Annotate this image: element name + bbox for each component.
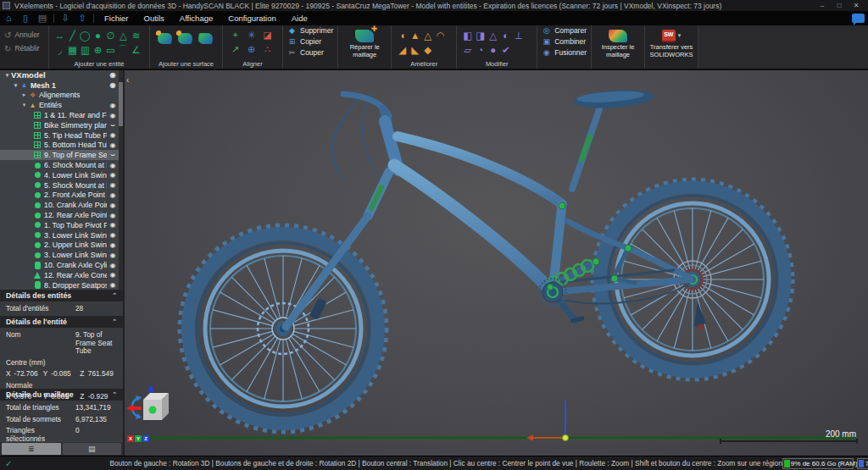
expand-caret-icon[interactable]: ▾	[20, 102, 28, 108]
visibility-eye-icon[interactable]	[107, 162, 119, 169]
undo-button[interactable]: ↺ Annuler	[4, 28, 44, 41]
visibility-eye-icon[interactable]	[107, 271, 119, 279]
align-plane-icon[interactable]: ◪	[259, 28, 275, 42]
rectangle-icon[interactable]: ▭	[104, 42, 117, 57]
tree-entity-row[interactable]: 5. Shock Mount at M	[0, 180, 123, 191]
sharpen-icon[interactable]: ◢	[396, 42, 409, 57]
grid-plane-icon[interactable]: ▦	[66, 42, 79, 57]
maximize-button[interactable]: □	[832, 2, 846, 9]
visibility-eye-icon[interactable]	[107, 221, 119, 229]
visibility-eye-icon[interactable]	[107, 151, 119, 159]
merge-button[interactable]: ◉ Fusionner	[542, 47, 587, 58]
smooth-icon[interactable]: ◠	[434, 28, 447, 42]
tab-list-view[interactable]: ▤	[63, 443, 122, 455]
tree-entity-row[interactable]: 2. Front Axle Point	[0, 191, 123, 201]
facet-plane-icon[interactable]: ▥	[79, 42, 92, 57]
collapse-panel-icon[interactable]: ⌃	[112, 292, 117, 299]
visibility-eye-icon[interactable]	[107, 131, 119, 139]
auto-surface-icon[interactable]	[157, 33, 173, 44]
tree-entity-row[interactable]: 3. Lower Link Swing	[0, 250, 123, 260]
navigation-cube[interactable]	[126, 384, 175, 432]
visibility-eye-icon[interactable]	[107, 202, 119, 209]
tree-entity-row[interactable]: 5. Tip Head Tube Pl	[0, 130, 123, 141]
tree-entity-row[interactable]: 6. Shock Mount at L	[0, 160, 123, 170]
tree-node-mesh[interactable]: ▾ ▲ Mesh 1	[0, 80, 123, 91]
patch-surface-icon[interactable]	[198, 33, 214, 44]
import-session-icon[interactable]: ⇩	[57, 11, 74, 25]
planes-stack-icon[interactable]: ≋	[130, 28, 142, 42]
tree-entity-row[interactable]: 5. Bottom Head Tub	[0, 141, 123, 151]
expand-caret-icon[interactable]: ▸	[20, 91, 28, 98]
transfer-dropdown-icon[interactable]: ▾	[678, 32, 682, 40]
visibility-eye-icon[interactable]	[107, 121, 119, 130]
visibility-eye-icon[interactable]	[107, 262, 119, 269]
copy-button[interactable]: ⊞ Copier	[287, 36, 333, 47]
visibility-eye-icon[interactable]	[107, 81, 119, 89]
collapse-panel-icon[interactable]: ⌃	[112, 391, 117, 398]
visibility-eye-icon[interactable]	[107, 112, 119, 119]
tree-entity-row[interactable]: 10. Crank Axle Point	[0, 200, 123, 210]
cone-icon[interactable]: △	[117, 28, 130, 42]
repair-mesh-button[interactable]: Réparer le maillage	[342, 28, 387, 58]
tree-node-alignments[interactable]: ▸ ❖ Alignements	[0, 91, 123, 101]
tree-entity-row[interactable]: 10. Crank Axle Cylin	[0, 260, 123, 270]
align-triad-icon[interactable]: ⌖	[227, 28, 243, 42]
tree-entity-row[interactable]: 8. Dropper Seatpost	[0, 280, 123, 290]
inspect-mesh-button[interactable]: Inspecter le maillage	[596, 28, 640, 58]
tree-entity-row[interactable]: 2. Upper Link Swing	[0, 241, 123, 251]
visibility-eye-icon[interactable]	[107, 181, 119, 189]
menu-aide[interactable]: Aide	[284, 11, 315, 25]
minimize-button[interactable]: –	[815, 2, 829, 9]
split-mesh-icon[interactable]: ◐	[499, 28, 512, 42]
3d-viewport[interactable]: ‹	[123, 70, 868, 456]
tree-entity-row[interactable]: 12. Rear Axle Cone	[0, 270, 123, 280]
new-session-icon[interactable]: ▯	[17, 11, 34, 25]
tab-tree-view[interactable]: ≣	[2, 443, 61, 455]
home-icon[interactable]: ⌂	[0, 11, 17, 25]
tree-entity-row[interactable]: 4. Lower Link Swing	[0, 170, 123, 180]
validate-icon[interactable]: ✔	[499, 42, 512, 57]
align-vector-icon[interactable]: ↗	[227, 42, 243, 57]
line-icon[interactable]: ╱	[66, 28, 79, 42]
entities-details-header[interactable]: Détails des entités ⌃	[0, 290, 123, 301]
visibility-eye-icon[interactable]	[107, 141, 119, 149]
visibility-eye-icon[interactable]	[107, 231, 119, 239]
tree-entity-row[interactable]: Bike Simmetry plane	[0, 120, 123, 130]
decimate-icon[interactable]: △	[421, 28, 434, 42]
tree-node-vxmodel[interactable]: ▾ VXmodel	[0, 70, 123, 80]
expand-caret-icon[interactable]: ▾	[12, 82, 19, 89]
transfer-solidworks-button[interactable]: SW ▾ Transférer vers SOLIDWORKS	[649, 28, 693, 58]
tree-node-entities[interactable]: ▾ ▲ Entités	[0, 100, 123, 110]
delete-button[interactable]: ◆ Supprimer	[287, 25, 333, 36]
collapse-panel-icon[interactable]: ⌃	[112, 318, 117, 325]
visibility-eye-icon[interactable]	[107, 71, 119, 79]
visibility-eye-icon[interactable]	[107, 102, 119, 109]
waterproof-icon[interactable]: ●	[487, 42, 499, 57]
clean-mesh-icon[interactable]: ▲	[409, 28, 421, 42]
visibility-eye-icon[interactable]	[107, 252, 119, 259]
edit-triangles-icon[interactable]: △	[487, 28, 499, 42]
boundary-icon[interactable]: ◣	[409, 42, 421, 57]
remove-spikes-icon[interactable]: ◆	[421, 42, 434, 57]
cut-button[interactable]: ✂ Couper	[287, 47, 333, 58]
tree-entity-row[interactable]: 3. Lower Link Swing	[0, 230, 123, 241]
menu-configuration[interactable]: Configuration	[220, 11, 284, 25]
shell-icon[interactable]: ◔	[474, 42, 487, 57]
expand-caret-icon[interactable]: ▾	[3, 72, 11, 79]
guided-surface-icon[interactable]	[177, 33, 193, 44]
menu-affichage[interactable]: Affichage	[172, 11, 220, 25]
visibility-eye-icon[interactable]	[107, 171, 119, 179]
ellipse-icon[interactable]: ∅	[104, 28, 117, 42]
tree-entity-row[interactable]: 1. Top Tube Pivot Po	[0, 220, 123, 230]
visibility-eye-icon[interactable]	[107, 241, 119, 249]
align-points-icon[interactable]: ∴	[259, 42, 275, 57]
curve-icon[interactable]: ◞	[53, 42, 66, 57]
export-session-icon[interactable]: ⇧	[74, 11, 91, 25]
redo-button[interactable]: ↻ Rétablir	[4, 41, 44, 55]
help-chat-icon[interactable]	[852, 14, 865, 23]
menu-outils[interactable]: Outils	[136, 11, 172, 25]
circle-icon[interactable]: ◯	[79, 28, 92, 42]
save-icon[interactable]: ▤	[34, 11, 51, 25]
boolean-icon[interactable]: ▱	[461, 42, 474, 57]
align-star-icon[interactable]: ✳	[243, 28, 259, 42]
